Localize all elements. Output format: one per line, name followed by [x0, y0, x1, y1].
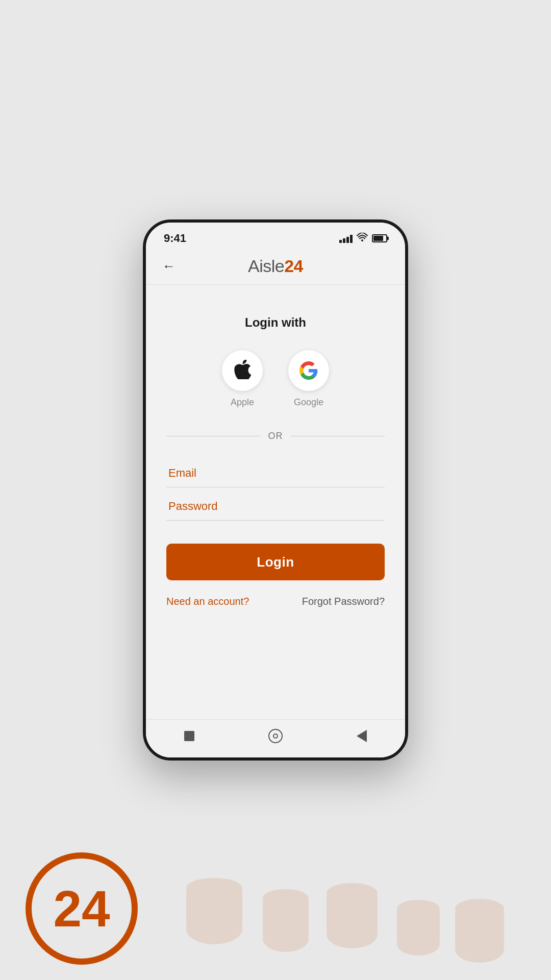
status-bar: 9:41 [146, 223, 405, 250]
apple-label: Apple [231, 397, 254, 408]
nav-bar [146, 719, 405, 757]
nav-square-button[interactable] [182, 728, 197, 744]
google-label: Google [294, 397, 323, 408]
app-title: Aisle24 [248, 256, 303, 276]
nav-home-button[interactable] [268, 728, 283, 744]
square-icon [184, 731, 194, 741]
svg-rect-14 [455, 909, 504, 949]
email-input[interactable] [166, 459, 385, 487]
svg-point-0 [361, 239, 363, 241]
apple-login-button[interactable] [222, 350, 263, 391]
triangle-icon [357, 730, 367, 742]
svg-point-10 [397, 933, 440, 955]
svg-point-7 [327, 920, 378, 948]
brand-logo-large: 24 [26, 852, 138, 965]
back-button[interactable]: ← [159, 256, 179, 277]
status-icons [339, 233, 387, 244]
svg-point-13 [455, 936, 504, 963]
social-login-group: Apple Google [222, 350, 329, 408]
title-number: 24 [284, 256, 303, 276]
svg-point-6 [263, 889, 309, 908]
nav-back-button[interactable] [354, 728, 369, 744]
need-account-link[interactable]: Need an account? [166, 596, 249, 607]
or-line-left [166, 436, 261, 436]
google-login-wrapper[interactable]: Google [288, 350, 329, 408]
svg-point-15 [455, 899, 504, 918]
svg-point-9 [327, 883, 378, 903]
wifi-icon [357, 233, 368, 244]
login-with-heading: Login with [245, 315, 306, 330]
or-line-right [291, 436, 385, 436]
brand-number: 24 [53, 883, 110, 934]
svg-rect-2 [186, 888, 242, 929]
svg-point-4 [263, 926, 309, 952]
login-button[interactable]: Login [166, 544, 385, 580]
header: ← Aisle24 [146, 250, 405, 285]
svg-rect-8 [327, 893, 378, 934]
phone-frame: 9:41 ← Aisle24 [143, 219, 408, 761]
svg-point-1 [186, 914, 242, 944]
links-row: Need an account? Forgot Password? [166, 596, 385, 607]
svg-rect-5 [263, 898, 309, 939]
forgot-password-link[interactable]: Forgot Password? [302, 596, 385, 607]
password-field-group [166, 493, 385, 521]
title-text: Aisle [248, 256, 284, 276]
or-divider: OR [166, 431, 385, 442]
password-input[interactable] [166, 493, 385, 521]
main-content: Login with Apple [146, 285, 405, 719]
google-icon [299, 361, 318, 380]
status-time: 9:41 [164, 232, 186, 245]
apple-icon [234, 360, 251, 382]
signal-icon [339, 234, 353, 243]
email-field-group [166, 459, 385, 487]
svg-point-3 [186, 878, 242, 898]
apple-login-wrapper[interactable]: Apple [222, 350, 263, 408]
svg-rect-11 [397, 909, 440, 944]
google-login-button[interactable] [288, 350, 329, 391]
circle-icon [268, 729, 283, 743]
or-text: OR [268, 431, 283, 442]
battery-icon [372, 234, 387, 242]
svg-point-12 [397, 900, 440, 917]
